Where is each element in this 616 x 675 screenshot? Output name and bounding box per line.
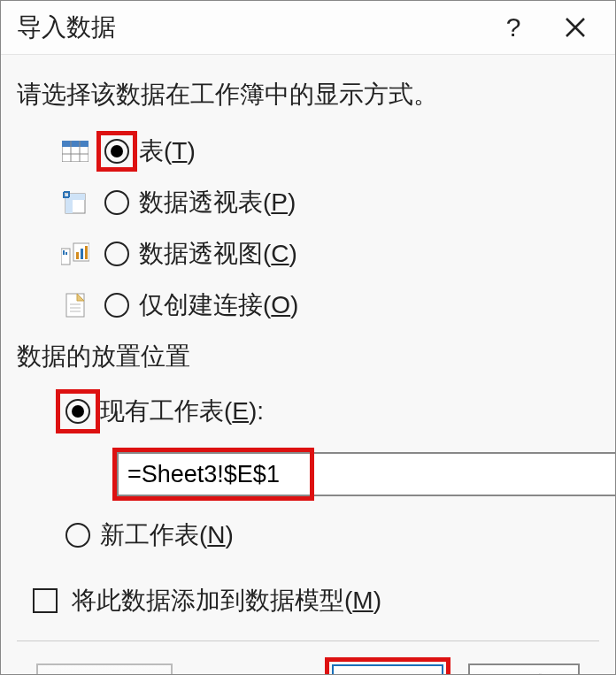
svg-rect-13	[81, 249, 83, 259]
option-pivottable-row: 数据透视表(P)	[56, 177, 599, 228]
import-data-dialog: 导入数据 ? 请选择该数据在工作簿中的显示方式。 表(T) 数据透	[0, 0, 616, 675]
ok-label: 确定	[364, 671, 412, 675]
cell-ref-input-ext[interactable]	[314, 452, 616, 496]
ok-button[interactable]: 确定	[332, 664, 443, 675]
pivotchart-icon	[56, 242, 95, 266]
add-to-model-row: 将此数据添加到数据模型(M)	[33, 584, 599, 617]
button-bar: 属性(R) �▾ 确定 取消	[17, 641, 599, 675]
display-mode-heading: 请选择该数据在工作簿中的显示方式。	[17, 78, 599, 111]
cancel-label: 取消	[500, 670, 548, 676]
radio-existing-sheet[interactable]	[65, 399, 90, 424]
svg-rect-14	[85, 246, 88, 259]
add-to-model-checkbox[interactable]	[33, 588, 58, 613]
option-pivotchart-row: 数据透视图(C)	[56, 228, 599, 280]
label-connection: 仅创建连接(O)	[139, 288, 298, 322]
radio-table[interactable]	[104, 139, 129, 164]
help-button[interactable]: ?	[482, 1, 544, 54]
svg-rect-9	[63, 250, 65, 255]
svg-rect-12	[76, 252, 79, 259]
titlebar: 导入数据 ?	[1, 1, 615, 55]
placement-heading: 数据的放置位置	[17, 340, 599, 373]
svg-rect-10	[65, 252, 67, 255]
radio-connection[interactable]	[104, 293, 129, 318]
svg-rect-8	[61, 249, 70, 265]
svg-rect-15	[66, 294, 84, 317]
cancel-button[interactable]: 取消	[468, 663, 580, 676]
label-pivottable: 数据透视表(P)	[139, 186, 296, 219]
radio-pivottable[interactable]	[104, 190, 129, 215]
option-existing-row: 现有工作表(E):	[56, 387, 599, 435]
radio-new-sheet[interactable]	[65, 523, 90, 548]
option-newsheet-row: 新工作表(N)	[56, 513, 599, 557]
properties-label: 属性(R)	[47, 670, 127, 676]
connection-icon	[56, 292, 95, 318]
label-new-sheet: 新工作表(N)	[100, 518, 234, 552]
ref-input-row	[112, 448, 599, 501]
label-table: 表(T)	[139, 134, 196, 168]
dialog-title: 导入数据	[17, 11, 482, 44]
option-table-row: 表(T)	[56, 126, 599, 177]
label-existing-sheet: 现有工作表(E):	[100, 395, 264, 428]
label-pivotchart: 数据透视图(C)	[139, 237, 297, 271]
svg-rect-1	[62, 141, 89, 147]
close-icon	[564, 16, 587, 39]
label-add-to-model: 将此数据添加到数据模型(M)	[72, 584, 381, 617]
option-connection-row: 仅创建连接(O)	[56, 280, 599, 331]
pivottable-icon	[56, 190, 95, 215]
table-icon	[56, 141, 95, 162]
cell-ref-input[interactable]	[117, 452, 310, 496]
close-button[interactable]	[544, 1, 606, 54]
properties-button[interactable]: 属性(R) �▾	[36, 663, 173, 676]
radio-pivotchart[interactable]	[104, 242, 129, 266]
